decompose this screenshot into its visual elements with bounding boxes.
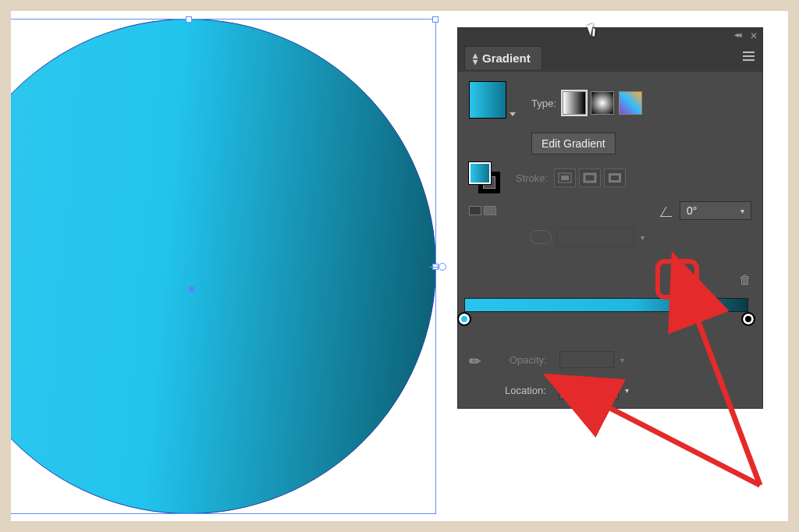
resize-handle-top-right[interactable] — [432, 16, 439, 23]
location-value: 81.4134% — [564, 384, 613, 396]
stroke-label: Stroke: — [516, 172, 548, 184]
delete-stop-icon[interactable]: 🗑 — [739, 273, 751, 287]
collapse-panel-icon[interactable]: ◂◂ — [734, 30, 740, 40]
gradient-preview-swatch[interactable] — [469, 81, 513, 125]
chevron-down-icon[interactable]: ▾ — [625, 386, 629, 395]
stroke-align-outside[interactable] — [604, 168, 626, 187]
reverse-gradient-button[interactable] — [469, 206, 496, 215]
selection-bounding-box — [11, 19, 436, 514]
tab-gradient[interactable]: ▴▾ Gradient — [464, 46, 542, 69]
swatch-dropdown-caret[interactable] — [510, 112, 516, 116]
chevron-down-icon: ▾ — [620, 356, 624, 364]
svg-rect-2 — [584, 174, 595, 182]
eyedropper-icon[interactable]: ✎ — [465, 347, 489, 371]
anchor-point-ring[interactable] — [439, 263, 446, 271]
chevron-down-icon[interactable]: ▾ — [740, 207, 744, 215]
gradient-midpoint-handle[interactable] — [689, 287, 701, 299]
type-freeform-button[interactable] — [619, 91, 642, 115]
opacity-label: Opacity: — [510, 354, 547, 366]
svg-rect-1 — [561, 176, 569, 180]
opacity-input — [559, 351, 614, 368]
type-radial-button[interactable] — [591, 91, 614, 115]
gradient-panel: ◂◂ ✕ ▴▾ Gradient Type: — [458, 28, 762, 408]
gradient-slider[interactable]: 🗑 — [464, 298, 748, 312]
resize-handle-top[interactable] — [186, 16, 192, 23]
aspect-ratio-input — [556, 228, 634, 246]
stroke-align-center[interactable] — [579, 168, 601, 187]
location-input[interactable]: 81.4134% — [559, 381, 619, 399]
panel-tab-row: ▴▾ Gradient — [458, 44, 762, 72]
app-frame: ◂◂ ✕ ▴▾ Gradient Type: — [11, 11, 788, 521]
panel-body: Type: Edit Gradient Stroke: — [458, 72, 762, 408]
aspect-ratio-icon — [530, 230, 552, 244]
gradient-stop-end[interactable] — [741, 312, 755, 326]
panel-cycle-icon[interactable]: ▴▾ — [473, 52, 478, 65]
shape-center-indicator — [189, 286, 194, 292]
fill-stroke-toggle[interactable] — [469, 162, 500, 193]
type-linear-button[interactable] — [563, 91, 586, 115]
close-panel-icon[interactable]: ✕ — [750, 30, 758, 41]
location-label: Location: — [505, 385, 546, 396]
edit-gradient-button[interactable]: Edit Gradient — [531, 133, 616, 154]
angle-icon — [658, 202, 675, 219]
svg-rect-4 — [611, 176, 619, 180]
type-label: Type: — [531, 98, 556, 109]
chevron-down-icon: ▾ — [641, 233, 645, 242]
angle-value: 0° — [687, 204, 697, 217]
gradient-stop-start[interactable] — [457, 312, 471, 326]
anchor-connector — [429, 267, 439, 268]
panel-menu-icon[interactable] — [743, 51, 755, 61]
panel-titlebar[interactable]: ◂◂ ✕ — [458, 28, 762, 44]
tab-label: Gradient — [482, 51, 531, 65]
angle-input[interactable]: 0° ▾ — [680, 201, 751, 220]
fill-swatch[interactable] — [469, 162, 491, 184]
gradient-ramp[interactable] — [464, 298, 748, 312]
stroke-align-inside[interactable] — [554, 168, 576, 187]
